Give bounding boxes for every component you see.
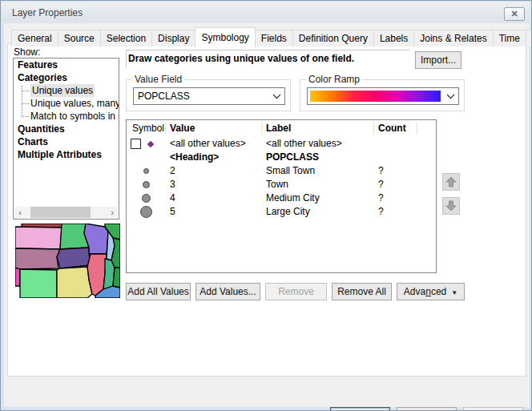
value-field-legend: Value Field xyxy=(132,74,184,85)
tab-display[interactable]: Display xyxy=(151,30,195,46)
tab-selection[interactable]: Selection xyxy=(100,30,152,46)
tab-fields[interactable]: Fields xyxy=(255,30,293,46)
cell-value: <Heading> xyxy=(170,151,219,164)
cell-label: Town xyxy=(266,178,288,191)
advanced-button[interactable]: Advanced▼ xyxy=(397,283,465,300)
table-row-class-2[interactable]: 2 Small Town ? xyxy=(127,164,436,178)
arrow-down-icon xyxy=(445,200,457,212)
graduated-symbol-icon[interactable] xyxy=(142,194,151,203)
layer-properties-dialog: Layer Properties ✕ General Source Select… xyxy=(0,0,532,411)
selected-item-highlight: Unique values xyxy=(30,84,95,97)
cell-count: ? xyxy=(378,204,384,220)
tab-symbology[interactable]: Symbology xyxy=(195,27,255,47)
tree-item-multiple-attributes[interactable]: Multiple Attributes xyxy=(14,148,119,161)
tree-item-charts[interactable]: Charts xyxy=(14,135,119,148)
dropdown-arrow-icon: ▼ xyxy=(451,289,457,296)
tab-general[interactable]: General xyxy=(11,30,58,46)
value-field-combobox[interactable]: POPCLASS xyxy=(133,87,285,105)
cancel-button[interactable]: Cancel xyxy=(397,407,457,411)
dialog-client-area: General Source Selection Display Symbolo… xyxy=(4,23,530,407)
tab-labels[interactable]: Labels xyxy=(373,30,414,46)
table-row-all-other-values[interactable]: <all other values> <all other values> xyxy=(127,137,436,151)
symbology-page: Show: Features Categories Unique values … xyxy=(7,43,526,377)
table-row-class-4[interactable]: 4 Medium City ? xyxy=(127,191,436,205)
horizontal-scrollbar[interactable]: ‹ › xyxy=(14,207,118,218)
graduated-symbol-icon[interactable] xyxy=(143,168,149,174)
column-separator[interactable] xyxy=(165,122,166,135)
column-separator[interactable] xyxy=(261,122,262,135)
column-separator[interactable] xyxy=(373,122,374,135)
color-ramp-group: Color Ramp xyxy=(300,79,465,111)
remove-button[interactable]: Remove xyxy=(265,283,327,300)
tab-time[interactable]: Time xyxy=(493,30,526,46)
tab-strip: General Source Selection Display Symbolo… xyxy=(11,27,532,46)
table-row-class-3[interactable]: 3 Town ? xyxy=(127,178,436,191)
chevron-down-icon xyxy=(272,94,281,99)
move-up-button[interactable] xyxy=(442,173,460,191)
close-button[interactable]: ✕ xyxy=(504,7,525,21)
cell-value: 4 xyxy=(170,191,175,205)
scroll-right-icon[interactable]: › xyxy=(107,207,118,218)
tab-source[interactable]: Source xyxy=(58,30,101,46)
value-field-group: Value Field POPCLASS xyxy=(126,79,291,111)
cell-label: Large City xyxy=(266,204,310,220)
column-header-count[interactable]: Count xyxy=(378,120,406,136)
graduated-symbol-icon[interactable] xyxy=(140,206,152,218)
show-label: Show: xyxy=(14,46,40,58)
tree-item-features[interactable]: Features xyxy=(14,58,119,71)
map-preview xyxy=(15,224,120,298)
cell-label: Medium City xyxy=(266,191,320,205)
add-values-button[interactable]: Add Values... xyxy=(195,283,260,300)
unique-values-table: Symbol Value Label Count <all other valu… xyxy=(126,119,437,273)
scrollbar-thumb[interactable] xyxy=(30,207,91,218)
cell-value: <all other values> xyxy=(170,137,246,151)
cell-label: <all other values> xyxy=(266,137,342,151)
table-row-class-5[interactable]: 5 Large City ? xyxy=(127,204,436,220)
tree-item-unique-values[interactable]: Unique values xyxy=(14,84,119,97)
scroll-left-icon[interactable]: ‹ xyxy=(14,207,26,218)
tree-item-quantities[interactable]: Quantities xyxy=(14,123,119,135)
all-other-values-checkbox[interactable] xyxy=(131,139,141,149)
cell-value: 3 xyxy=(170,178,175,191)
cell-value: 5 xyxy=(170,204,175,220)
move-down-button[interactable] xyxy=(442,197,460,215)
method-description: Draw categories using unique values of o… xyxy=(128,53,354,64)
tree-item-categories[interactable]: Categories xyxy=(14,71,119,84)
graduated-symbol-icon[interactable] xyxy=(143,181,150,188)
column-separator[interactable] xyxy=(417,122,417,135)
cell-count: ? xyxy=(378,164,384,178)
title-bar[interactable]: Layer Properties ✕ xyxy=(2,2,530,23)
remove-all-button[interactable]: Remove All xyxy=(332,283,392,300)
ok-button[interactable]: OK xyxy=(330,407,390,411)
value-field-value: POPCLASS xyxy=(138,91,190,102)
cell-count: ? xyxy=(378,178,384,191)
cell-count: ? xyxy=(378,191,384,205)
tab-definition-query[interactable]: Definition Query xyxy=(292,30,374,46)
column-header-symbol[interactable]: Symbol xyxy=(132,120,164,136)
all-other-values-symbol-icon[interactable] xyxy=(147,141,154,147)
chevron-down-icon xyxy=(446,94,455,99)
color-ramp-combobox[interactable] xyxy=(307,87,459,105)
add-all-values-button[interactable]: Add All Values xyxy=(126,283,191,300)
apply-button[interactable]: Apply xyxy=(463,407,523,411)
color-ramp-legend: Color Ramp xyxy=(306,74,362,85)
tab-html-popup[interactable]: HTML Popup xyxy=(526,30,532,46)
cell-label: POPCLASS xyxy=(266,151,319,164)
window-title: Layer Properties xyxy=(12,7,83,18)
tree-item-unique-values-many[interactable]: Unique values, many xyxy=(14,97,119,110)
color-ramp-swatch xyxy=(310,91,441,102)
table-row-heading[interactable]: <Heading> POPCLASS xyxy=(127,151,436,164)
cell-label: Small Town xyxy=(266,164,315,178)
tree-item-match-symbols[interactable]: Match to symbols in a xyxy=(14,110,119,123)
import-button[interactable]: Import... xyxy=(415,51,461,69)
column-header-value[interactable]: Value xyxy=(170,120,195,136)
arrow-up-icon xyxy=(445,176,457,187)
renderer-tree: Features Categories Unique values Unique… xyxy=(13,58,119,220)
tab-joins-relates[interactable]: Joins & Relates xyxy=(413,30,493,46)
column-header-label[interactable]: Label xyxy=(266,120,291,136)
cell-value: 2 xyxy=(170,164,175,178)
